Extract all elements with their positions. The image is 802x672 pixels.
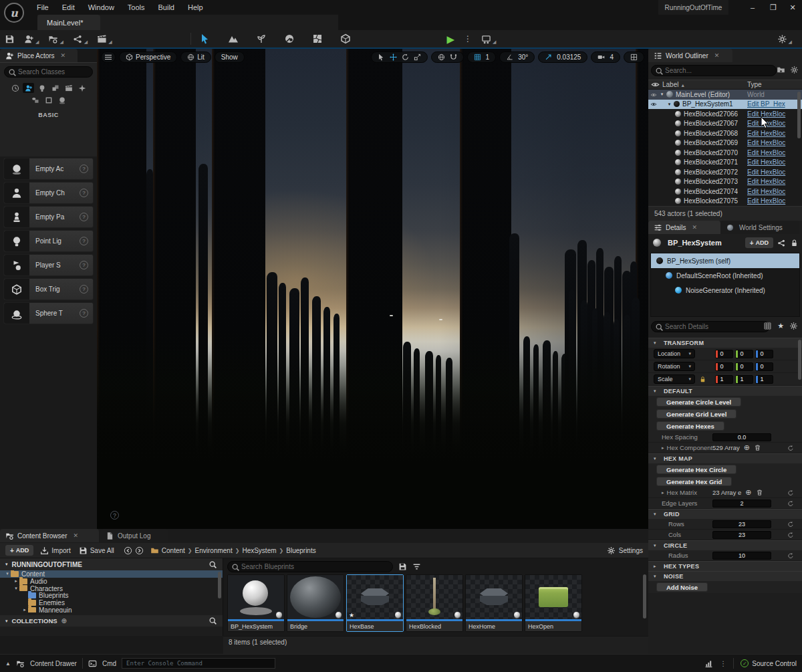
- outliner-row-hexblocked27070[interactable]: HexBlocked27070Edit HexBloc: [648, 148, 802, 158]
- outliner-row-bp-hexsystem1[interactable]: ▾BP_HexSystem1Edit BP_Hex: [648, 100, 802, 110]
- outliner-row-hexblocked27072[interactable]: HexBlocked27072Edit HexBloc: [648, 167, 802, 177]
- platforms-button[interactable]: ◢: [477, 31, 501, 46]
- rotation-dropdown[interactable]: Rotation▾: [654, 362, 695, 371]
- edit-blueprint-link[interactable]: Edit HexBloc: [747, 169, 785, 176]
- assets-scrollbar[interactable]: [643, 574, 646, 619]
- scale-z-field[interactable]: 1: [755, 375, 773, 384]
- outliner-row-mainlevel-editor-[interactable]: ▾MainLevel (Editor)World: [648, 90, 802, 100]
- outliner-row-hexblocked27069[interactable]: HexBlocked27069Edit HexBloc: [648, 138, 802, 148]
- surface-snap-icon[interactable]: [450, 53, 457, 61]
- search-classes-input[interactable]: [18, 68, 92, 76]
- open-asset-button[interactable]: ◢: [43, 31, 68, 46]
- folder-audio[interactable]: ▸Audio: [0, 578, 223, 585]
- select-mode-button[interactable]: [195, 31, 215, 46]
- breadcrumb-environment[interactable]: Environment: [195, 547, 233, 554]
- close-icon[interactable]: ✕: [61, 52, 66, 59]
- outliner-search-input[interactable]: [665, 67, 776, 74]
- rotate-tool-icon[interactable]: [402, 53, 409, 61]
- section-header-grid[interactable]: ▾GRID: [648, 509, 802, 519]
- show-dropdown[interactable]: Show: [215, 51, 245, 63]
- reset-to-default-icon[interactable]: [787, 521, 794, 528]
- place-actor-item-point-lig[interactable]: Point Lig?: [3, 230, 94, 252]
- generate-hexes-button[interactable]: Generate Hexes: [656, 421, 724, 431]
- unreal-logo-icon[interactable]: u: [4, 3, 24, 23]
- play-options-button[interactable]: ⋮: [459, 31, 477, 46]
- section-header-hex-types[interactable]: ▸HEX TYPES: [648, 561, 802, 571]
- menu-tools[interactable]: Tools: [122, 1, 151, 13]
- source-control-button[interactable]: ✓ Source Control: [741, 659, 797, 667]
- rotation-snap-icon[interactable]: [506, 53, 513, 61]
- asset-search-input[interactable]: [241, 563, 392, 570]
- close-icon[interactable]: ✕: [692, 224, 698, 231]
- cmd-dropdown[interactable]: Cmd: [102, 660, 116, 667]
- content-drawer-button[interactable]: Content Drawer: [30, 660, 77, 667]
- edit-blueprint-link[interactable]: Edit HexBloc: [747, 178, 785, 185]
- maximize-button[interactable]: ❒: [764, 0, 783, 15]
- component-defaultsceneroot-inherited-[interactable]: DefaultSceneRoot (Inherited): [651, 268, 799, 283]
- reset-to-default-icon[interactable]: [787, 532, 794, 538]
- save-search-icon[interactable]: [398, 562, 407, 571]
- level-tab[interactable]: MainLevel*: [37, 15, 100, 30]
- forward-icon[interactable]: [135, 546, 144, 555]
- place-actor-item-empty-ac[interactable]: Empty Ac?: [3, 158, 94, 180]
- component-noisegenerator-inherited-[interactable]: NoiseGenerator (Inherited): [651, 283, 799, 298]
- rotation-y-field[interactable]: 0: [735, 362, 753, 371]
- outliner-row-hexblocked27066[interactable]: HexBlocked27066Edit HexBloc: [648, 109, 802, 119]
- lock-icon[interactable]: [699, 376, 706, 383]
- section-header-default[interactable]: ▾DEFAULT: [648, 386, 802, 396]
- world-space-icon[interactable]: [438, 53, 445, 61]
- expander-icon[interactable]: ▸: [662, 445, 664, 451]
- filter-icon[interactable]: [412, 562, 421, 571]
- edit-blueprint-link[interactable]: Edit HexBloc: [747, 158, 785, 166]
- asset-hexopen[interactable]: HexOpen: [525, 574, 582, 632]
- place-actor-item-sphere-t[interactable]: Sphere T?: [3, 302, 94, 324]
- mesh-paint-mode-button[interactable]: [279, 31, 299, 46]
- cols-field[interactable]: 23: [712, 531, 771, 539]
- reset-to-default-icon[interactable]: [787, 500, 794, 507]
- recent-category-tab[interactable]: [9, 83, 21, 93]
- edit-blueprint-link[interactable]: Edit HexBloc: [747, 188, 785, 195]
- content-browser-tab[interactable]: Content Browser ✕: [0, 529, 99, 542]
- details-scrollbar[interactable]: [798, 340, 801, 380]
- generate-grid-level-button[interactable]: Generate Grid Level: [656, 409, 737, 419]
- favorites-star-icon[interactable]: ★: [777, 322, 784, 330]
- menu-edit[interactable]: Edit: [56, 1, 81, 13]
- level-viewport[interactable]: Perspective Lit Show 130°0.031254 ?: [97, 49, 648, 529]
- rows-field[interactable]: 23: [712, 520, 771, 528]
- geometry-category-tab[interactable]: [29, 95, 41, 105]
- place-actors-search[interactable]: [4, 66, 93, 78]
- location-x-field[interactable]: 0: [715, 350, 733, 358]
- outliner-row-hexblocked27071[interactable]: HexBlocked27071Edit HexBloc: [648, 158, 802, 168]
- edit-blueprint-link[interactable]: Edit HexBloc: [747, 139, 785, 146]
- outliner-row-hexblocked27067[interactable]: HexBlocked27067Edit HexBloc: [648, 119, 802, 129]
- console-command-input[interactable]: [122, 658, 275, 669]
- cinematic-category-tab[interactable]: [63, 83, 74, 93]
- menu-file[interactable]: File: [31, 1, 55, 13]
- asset-hexblocked[interactable]: HexBlocked: [406, 574, 463, 632]
- asset-hexbase[interactable]: ★HexBase: [346, 574, 404, 632]
- add-component-button[interactable]: +ADD: [745, 237, 773, 248]
- viewport-menu-icon[interactable]: [101, 51, 116, 63]
- place-actor-item-empty-ch[interactable]: Empty Ch?: [3, 182, 94, 204]
- blueprints-button[interactable]: ◢: [68, 31, 92, 46]
- cinematics-button[interactable]: ◢: [92, 31, 116, 46]
- collections-header[interactable]: ▾ COLLECTIONS ⊕: [0, 615, 223, 627]
- menu-window[interactable]: Window: [82, 1, 120, 13]
- breadcrumb-blueprints[interactable]: Blueprints: [286, 547, 315, 554]
- volumes-category-tab[interactable]: [43, 95, 54, 105]
- edit-blueprint-link[interactable]: Edit HexBloc: [747, 130, 785, 137]
- asset-bp_hexsystem[interactable]: BP_HexSystem: [227, 574, 285, 632]
- grid-snap-icon[interactable]: [474, 53, 481, 61]
- add-element-icon[interactable]: ⊕: [745, 488, 751, 497]
- visibility-eye-icon[interactable]: [651, 80, 660, 89]
- display-filter-icon[interactable]: [763, 322, 772, 330]
- delete-elements-icon[interactable]: [756, 489, 763, 496]
- place-actor-item-player-s[interactable]: Player S?: [3, 254, 94, 276]
- lights-category-tab[interactable]: [36, 83, 47, 93]
- add-asset-button[interactable]: +ADD: [5, 545, 33, 556]
- asset-search[interactable]: [227, 561, 393, 572]
- save-button[interactable]: [0, 31, 19, 46]
- details-tab[interactable]: Details ✕: [648, 221, 720, 234]
- outliner-row-hexblocked27075[interactable]: HexBlocked27075Edit HexBloc: [648, 197, 802, 207]
- scale-x-field[interactable]: 1: [715, 375, 733, 384]
